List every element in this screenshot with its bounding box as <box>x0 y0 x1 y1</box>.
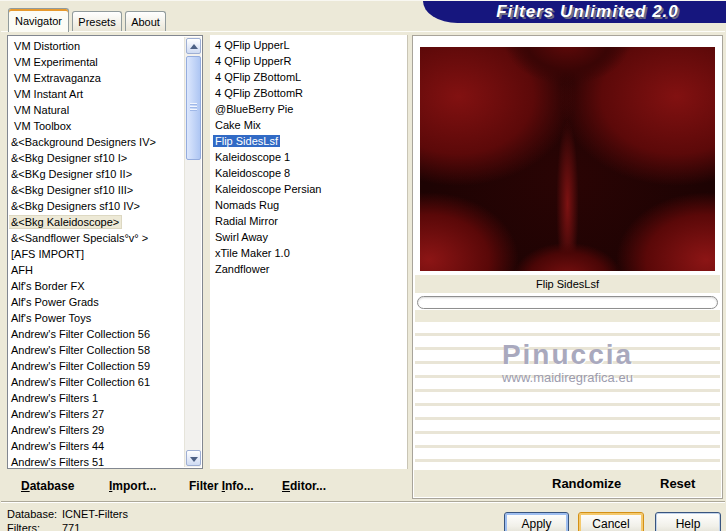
randomize-button[interactable]: Randomize <box>552 470 621 497</box>
list-item[interactable]: Kaleidoscope 8 <box>213 165 407 181</box>
list-item-label: Cake Mix <box>213 119 263 131</box>
list-item-label: Radial Mirror <box>213 215 280 227</box>
list-item[interactable]: &<Bkg Kaleidoscope> <box>9 214 184 230</box>
list-item[interactable]: &<Bkg Designers sf10 IV> <box>9 198 184 214</box>
filter-info-button[interactable]: Filter Info... <box>189 473 254 499</box>
filters-count-value: 771 <box>62 522 80 531</box>
list-item[interactable]: Andrew's Filters 29 <box>9 422 184 438</box>
list-item[interactable]: Kaleidoscope 1 <box>213 149 407 165</box>
filter-parameter-slider[interactable] <box>417 296 718 309</box>
list-item-label: &<Bkg Designer sf10 I> <box>9 152 129 164</box>
list-item[interactable]: 4 QFlip UpperR <box>213 53 407 69</box>
apply-button[interactable]: Apply <box>504 512 569 531</box>
list-item-label: Andrew's Filter Collection 61 <box>9 376 152 388</box>
list-item[interactable]: &<Bkg Designer sf10 III> <box>9 182 184 198</box>
list-item[interactable]: Alf's Power Grads <box>9 294 184 310</box>
list-item-label: Andrew's Filters 27 <box>9 408 106 420</box>
list-item[interactable]: VM Natural <box>9 102 184 118</box>
preview-filter-name: Flip SidesLsf <box>415 275 720 293</box>
list-item[interactable]: 4 QFlip UpperL <box>213 37 407 53</box>
list-item-label: [AFS IMPORT] <box>9 248 86 260</box>
filter-preview-image <box>420 47 715 271</box>
list-item-label: Andrew's Filters 44 <box>9 440 106 452</box>
list-item[interactable]: &<Sandflower Specials°v° > <box>9 230 184 246</box>
category-scrollbar[interactable] <box>184 37 201 467</box>
filter-list-items: 4 QFlip UpperL4 QFlip UpperR4 QFlip ZBot… <box>213 37 407 277</box>
tab-navigator[interactable]: Navigator <box>8 8 69 32</box>
filter-listbox[interactable]: 4 QFlip UpperL4 QFlip UpperR4 QFlip ZBot… <box>210 35 408 469</box>
help-button[interactable]: Help <box>655 512 721 531</box>
list-item-label: &<Sandflower Specials°v° > <box>9 232 150 244</box>
scroll-up-icon[interactable] <box>186 38 201 54</box>
list-item[interactable]: Flip SidesLsf <box>213 133 407 149</box>
cancel-button[interactable]: Cancel <box>578 512 644 531</box>
list-item-label: VM Toolbox <box>9 120 73 132</box>
list-item[interactable]: &<Bkg Designer sf10 I> <box>9 150 184 166</box>
list-item-label: Flip SidesLsf <box>213 135 280 147</box>
list-item[interactable]: Nomads Rug <box>213 197 407 213</box>
list-item[interactable]: Swirl Away <box>213 229 407 245</box>
list-item[interactable]: Andrew's Filter Collection 58 <box>9 342 184 358</box>
scroll-down-icon[interactable] <box>186 450 201 466</box>
list-item[interactable]: @BlueBerry Pie <box>213 101 407 117</box>
list-item[interactable]: Alf's Power Toys <box>9 310 184 326</box>
list-item-label: Alf's Power Toys <box>9 312 93 324</box>
scrollbar-thumb[interactable] <box>186 56 201 160</box>
tab-presets[interactable]: Presets <box>72 11 122 32</box>
list-item[interactable]: Cake Mix <box>213 117 407 133</box>
window-title: Filters Unlimited 2.0 <box>423 1 726 23</box>
list-item-label: Kaleidoscope Persian <box>213 183 323 195</box>
database-status-label: Database: <box>7 508 57 520</box>
list-item[interactable]: Andrew's Filter Collection 56 <box>9 326 184 342</box>
list-item-label: &<Background Designers IV> <box>9 136 158 148</box>
list-item[interactable]: Andrew's Filter Collection 61 <box>9 374 184 390</box>
import-button[interactable]: Import... <box>109 473 156 499</box>
tab-about[interactable]: About <box>125 11 166 32</box>
list-item-label: Andrew's Filter Collection 56 <box>9 328 152 340</box>
filters-count-label: Filters: <box>7 522 40 531</box>
list-item[interactable]: Alf's Border FX <box>9 278 184 294</box>
list-item[interactable]: Andrew's Filter Collection 59 <box>9 358 184 374</box>
randomize-row: Randomize Reset <box>414 470 721 497</box>
list-item-label: Alf's Power Grads <box>9 296 101 308</box>
list-item[interactable]: Radial Mirror <box>213 213 407 229</box>
list-item[interactable]: xTile Maker 1.0 <box>213 245 407 261</box>
list-item[interactable]: VM Experimental <box>9 54 184 70</box>
editor-button[interactable]: Editor... <box>282 473 326 499</box>
list-item[interactable]: &<BKg Designer sf10 II> <box>9 166 184 182</box>
list-item[interactable]: 4 QFlip ZBottomR <box>213 85 407 101</box>
list-item-label: &<Bkg Designer sf10 III> <box>9 184 135 196</box>
list-item[interactable]: VM Distortion <box>9 38 184 54</box>
category-list-items: VM Distortion VM Experimental VM Extrava… <box>9 38 184 469</box>
list-item-label: Andrew's Filters 29 <box>9 424 106 436</box>
category-listbox[interactable]: VM Distortion VM Experimental VM Extrava… <box>7 35 203 469</box>
list-item-label: AFH <box>9 264 35 276</box>
list-item-label: Zandflower <box>213 263 271 275</box>
list-item-label: @BlueBerry Pie <box>213 103 295 115</box>
list-item-label: VM Distortion <box>9 40 82 52</box>
list-item[interactable]: AFH <box>9 262 184 278</box>
list-item-label: Andrew's Filter Collection 59 <box>9 360 152 372</box>
list-item-label: Andrew's Filters 1 <box>9 392 100 404</box>
list-item-label: VM Instant Art <box>9 88 85 100</box>
reset-button[interactable]: Reset <box>660 470 695 497</box>
list-item[interactable]: Andrew's Filters 51 <box>9 454 184 469</box>
list-item[interactable]: 4 QFlip ZBottomL <box>213 69 407 85</box>
preview-panel: Flip SidesLsf Pinuccia www.maidiregrafic… <box>412 35 723 499</box>
list-item-label: VM Natural <box>9 104 71 116</box>
list-item[interactable]: Zandflower <box>213 261 407 277</box>
list-item[interactable]: Kaleidoscope Persian <box>213 181 407 197</box>
list-item[interactable]: VM Toolbox <box>9 118 184 134</box>
list-item[interactable]: VM Extravaganza <box>9 70 184 86</box>
list-item-label: 4 QFlip UpperL <box>213 39 292 51</box>
list-item-label: VM Experimental <box>9 56 100 68</box>
list-item[interactable]: VM Instant Art <box>9 86 184 102</box>
list-item[interactable]: &<Background Designers IV> <box>9 134 184 150</box>
list-item[interactable]: [AFS IMPORT] <box>9 246 184 262</box>
list-item[interactable]: Andrew's Filters 27 <box>9 406 184 422</box>
database-button[interactable]: Database <box>21 473 74 499</box>
list-item-label: Swirl Away <box>213 231 270 243</box>
list-item[interactable]: Andrew's Filters 44 <box>9 438 184 454</box>
list-item-label: xTile Maker 1.0 <box>213 247 292 259</box>
list-item[interactable]: Andrew's Filters 1 <box>9 390 184 406</box>
